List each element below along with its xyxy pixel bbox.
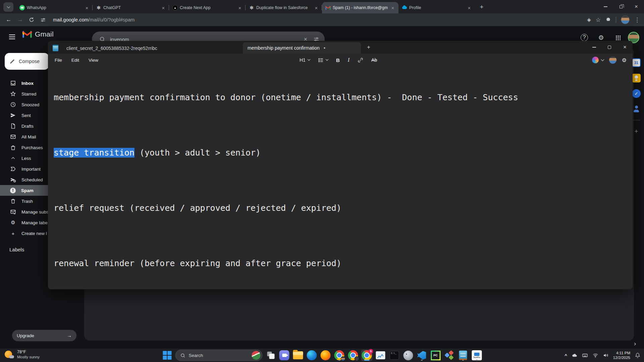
menu-view[interactable]: View [84,58,103,63]
minimize-button[interactable] [586,41,602,54]
tasks-icon[interactable] [632,89,641,98]
monitor-graph-icon [376,351,385,359]
main-menu-button[interactable] [5,29,19,44]
workbench-button[interactable] [444,350,455,361]
firefox-icon [321,350,331,360]
site-info-button[interactable] [38,15,48,24]
back-button[interactable]: ← [4,15,13,24]
hidden-icons-chevron[interactable]: ^ [565,353,567,358]
profile-badge-icon [341,356,345,361]
calendar-icon[interactable]: 31 [632,58,641,67]
restore-button[interactable] [613,0,629,13]
browser-tab-salesforce-flow[interactable]: Duplicate flow in Salesforce [246,2,322,13]
tab-title: Create Next App [180,5,235,10]
sidebar-item-label: Create new l [21,231,47,236]
taskpro-button[interactable]: TaskPro [471,350,483,361]
clear-formatting-button[interactable]: Ab [369,55,380,65]
pycharm-button[interactable]: PC [430,350,441,361]
chrome-profile1-button[interactable] [334,350,345,361]
browser-tab-profile[interactable]: Profile [398,2,475,13]
keep-icon[interactable] [632,74,641,82]
italic-button[interactable]: I [345,55,352,65]
unsaved-dot-icon [324,46,325,50]
chrome-profile2-button[interactable] [347,350,359,361]
chat-button[interactable] [279,350,290,361]
new-tab-button[interactable] [477,2,486,12]
settings-gear-icon[interactable] [622,57,627,63]
sidebar-item-label: Spam [21,188,34,193]
firefox-button[interactable] [320,350,331,361]
sidebar-item-label: Starred [21,92,36,97]
notification-bell-icon[interactable] [635,352,641,358]
contacts-icon[interactable] [632,105,641,113]
vscode-button[interactable] [416,350,428,361]
volume-icon[interactable] [603,352,609,358]
onedrive-icon[interactable] [572,352,578,358]
browser-profile-avatar[interactable] [621,15,630,24]
list-dropdown[interactable] [315,55,331,65]
tab-close-icon[interactable] [84,5,90,11]
close-icon [623,44,627,51]
bookmark-star-icon[interactable] [596,16,601,23]
chrome-active-button[interactable]: S [361,350,373,361]
tab-close-icon[interactable] [160,5,166,11]
menu-edit[interactable]: Edit [67,58,84,63]
browser-menu-button[interactable] [634,16,640,23]
wifi-icon[interactable] [592,352,598,358]
extensions-button[interactable] [605,17,611,23]
browser-tab-gmail-spam[interactable]: Spam (1) - ishann.tforce@gmai [322,2,398,13]
edge-button[interactable] [306,350,318,361]
close-button[interactable] [629,0,644,13]
notepad-account-avatar[interactable] [609,56,616,64]
menu-file[interactable]: File [50,58,67,63]
side-panel-collapse-icon[interactable] [634,340,636,347]
tab-search-button[interactable] [3,2,13,12]
browser-tab-whatsapp[interactable]: WhatsApp [16,2,93,13]
reload-button[interactable] [27,15,36,24]
terminal-button[interactable]: C:\_ [389,350,400,361]
puzzle-icon [605,17,611,23]
maximize-button[interactable] [602,41,617,54]
address-bar[interactable]: mail.google.com/mail/u/0/?ogbl#spam [53,17,135,22]
chrome-icon [348,350,358,360]
text-segment: (youth > adult > senior) [135,148,261,158]
notepad-new-tab-button[interactable] [364,42,374,52]
browser-tab-create-next-app[interactable]: Create Next App [169,2,246,13]
edge-icon [307,350,317,360]
bold-button[interactable]: B [333,55,342,65]
notepad-editor[interactable]: membership payment confirmation to donor… [48,66,633,289]
notepad-taskbar-button[interactable] [458,350,469,361]
taskbar-weather-widget[interactable]: 78°F Mostly sunny [4,350,40,360]
minimize-icon [604,6,607,7]
upgrade-button[interactable]: Upgrade [12,330,76,341]
tab-close-icon[interactable] [313,5,319,11]
close-button[interactable] [617,41,633,54]
tab-close-icon[interactable] [390,5,396,11]
page-action-icon[interactable] [587,17,591,23]
search-highlight-image[interactable] [252,351,261,360]
forward-button[interactable]: → [15,15,25,24]
link-button[interactable] [355,55,366,65]
start-button[interactable] [162,350,173,361]
browser-tab-chatgpt[interactable]: ChatGPT [93,2,169,13]
minimize-button[interactable] [598,0,613,13]
system-monitor-button[interactable] [375,350,386,361]
sidebar-item-label: Sent [21,113,31,118]
postgresql-button[interactable] [402,350,414,361]
chevron-down-icon [7,5,10,8]
copilot-button[interactable] [592,57,604,63]
touch-keyboard-icon[interactable] [582,352,588,358]
notepad-tab-membership[interactable]: membership payment confirmation [243,42,361,54]
file-explorer-button[interactable] [292,350,304,361]
notepad-icon [459,351,467,360]
tab-close-icon[interactable] [466,5,472,11]
heading-dropdown[interactable]: H1 [297,55,313,65]
tab-close-icon[interactable] [237,5,243,11]
compose-button[interactable]: Compose [5,53,49,70]
taskbar-clock[interactable]: 4:11 PM 12/2/2025 [613,351,630,360]
task-view-button[interactable] [265,350,276,361]
taskbar-search[interactable]: Search [175,350,263,361]
add-icon[interactable] [632,127,641,136]
gmail-m-icon [22,31,32,38]
notepad-tab-client-secret[interactable]: client_secret_2_60053885332-2reqe52rribc [62,43,243,54]
